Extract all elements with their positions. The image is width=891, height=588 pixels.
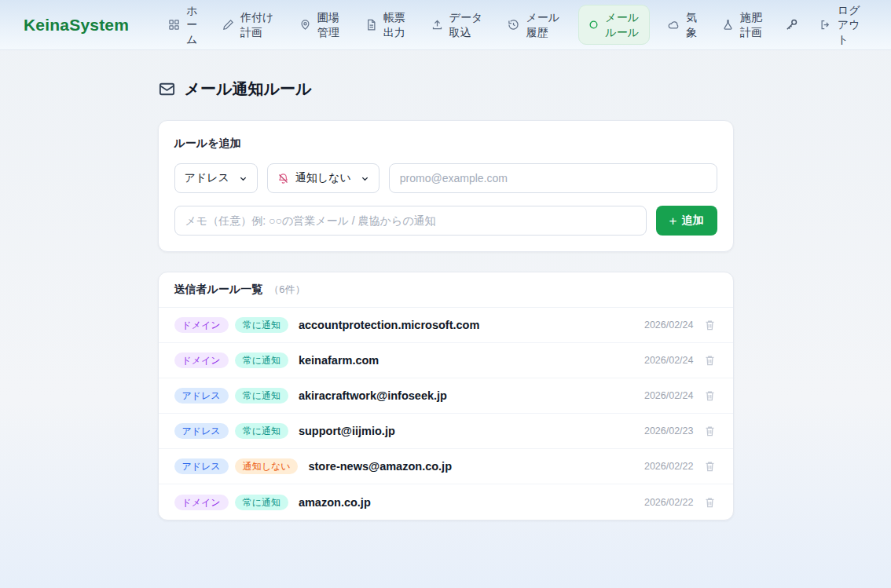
add-rule-row-1: アドレス 通知しない xyxy=(174,163,717,193)
mail-icon xyxy=(158,80,176,98)
nav-item-planting-plan[interactable]: 作付け計画 xyxy=(216,6,281,42)
trash-icon xyxy=(704,425,716,437)
trash-icon xyxy=(704,460,716,473)
main-nav: ホーム 作付け計画 圃場管理 帳票出力 データ取込 xyxy=(162,0,869,50)
page-title: メール通知ルール xyxy=(185,79,312,100)
top-nav-bar: KeinaSystem ホーム 作付け計画 圃場管理 帳票出力 xyxy=(0,0,891,50)
nav-item-label: ログアウト xyxy=(838,3,863,46)
delete-rule-button[interactable] xyxy=(702,317,717,333)
main-content: メール通知ルール ルールを追加 アドレス 通知しない xyxy=(158,79,734,520)
rule-row: ドメイン 常に通知 accountprotection.microsoft.co… xyxy=(159,308,733,343)
nav-item-fertilizer-plan[interactable]: 施肥計画 xyxy=(716,6,770,42)
nav-item-label: 作付け計画 xyxy=(240,10,275,38)
rule-row-right: 2026/02/24 xyxy=(644,352,717,368)
delete-rule-button[interactable] xyxy=(702,352,717,368)
nav-item-label: 圃場管理 xyxy=(317,10,341,38)
sender-rules-count: （6件） xyxy=(269,283,305,297)
brand-logo: KeinaSystem xyxy=(24,16,129,35)
nav-item-mail-rules[interactable]: メールルール xyxy=(578,5,650,44)
nav-item-logout[interactable]: ログアウト xyxy=(813,0,869,50)
logout-icon xyxy=(820,19,831,31)
rule-value-text: akiracraftwork@infoseek.jp xyxy=(299,389,447,402)
rule-action-badge: 常に通知 xyxy=(235,495,288,510)
page-title-row: メール通知ルール xyxy=(158,79,734,100)
nav-item-label: メールルール xyxy=(605,10,640,38)
cloud-icon xyxy=(668,19,680,31)
rule-row: ドメイン 常に通知 keinafarm.com 2026/02/24 xyxy=(159,343,733,378)
password-key-button[interactable] xyxy=(782,15,801,35)
rule-row-right: 2026/02/22 xyxy=(644,458,717,474)
trash-icon xyxy=(704,496,716,509)
add-rule-card: ルールを追加 アドレス 通知しない + xyxy=(158,120,734,252)
bell-off-icon xyxy=(277,173,289,184)
plus-icon: + xyxy=(669,214,677,228)
chevron-down-icon xyxy=(361,174,369,183)
rule-type-select[interactable]: アドレス xyxy=(174,163,258,193)
sender-rules-header: 送信者ルール一覧 （6件） xyxy=(159,272,733,308)
address-input[interactable] xyxy=(389,163,717,193)
circle-icon xyxy=(588,20,599,30)
rule-type-badge: アドレス xyxy=(174,458,229,474)
rule-row-right: 2026/02/22 xyxy=(644,495,717,510)
nav-item-label: 気象 xyxy=(686,10,698,38)
rule-type-badge: アドレス xyxy=(174,388,229,404)
nav-item-label: 帳票出力 xyxy=(383,10,407,38)
pencil-icon xyxy=(222,19,234,31)
document-icon xyxy=(365,19,377,31)
nav-item-label: データ取込 xyxy=(449,10,484,38)
map-pin-icon xyxy=(299,19,311,31)
flask-icon xyxy=(722,19,734,31)
rule-type-badge: ドメイン xyxy=(174,352,229,368)
add-rule-button-label: 追加 xyxy=(682,214,704,228)
rule-action-badge: 常に通知 xyxy=(235,317,288,333)
rule-date: 2026/02/23 xyxy=(644,425,694,436)
rule-date: 2026/02/24 xyxy=(644,320,694,331)
rule-value-text: keinafarm.com xyxy=(299,354,379,367)
rule-action-badge: 常に通知 xyxy=(235,423,288,439)
rule-type-badge: アドレス xyxy=(174,423,229,439)
rule-type-value: アドレス xyxy=(185,171,229,185)
trash-icon xyxy=(704,389,716,402)
rule-date: 2026/02/24 xyxy=(644,390,694,401)
add-rule-button[interactable]: + 追加 xyxy=(656,206,717,236)
rule-row-right: 2026/02/23 xyxy=(644,423,717,439)
rule-value-text: support@iijmio.jp xyxy=(299,425,395,437)
nav-item-label: ホーム xyxy=(186,3,198,46)
nav-item-label: メール履歴 xyxy=(526,10,560,38)
nav-item-data-import[interactable]: データ取込 xyxy=(425,6,490,42)
sender-rules-card: 送信者ルール一覧 （6件） ドメイン 常に通知 accountprotectio… xyxy=(158,272,734,520)
delete-rule-button[interactable] xyxy=(702,423,717,439)
delete-rule-button[interactable] xyxy=(702,458,717,474)
rule-date: 2026/02/22 xyxy=(644,497,694,508)
nav-item-weather[interactable]: 気象 xyxy=(662,6,704,42)
rule-action-badge: 常に通知 xyxy=(235,388,288,404)
rule-row: アドレス 常に通知 support@iijmio.jp 2026/02/23 xyxy=(159,414,733,449)
rule-action-select[interactable]: 通知しない xyxy=(267,163,380,193)
trash-icon xyxy=(704,354,716,367)
rule-value-text: accountprotection.microsoft.com xyxy=(299,319,479,331)
rule-value-text: amazon.co.jp xyxy=(299,496,371,509)
memo-input[interactable] xyxy=(174,206,647,236)
rule-value-text: store-news@amazon.co.jp xyxy=(308,460,452,473)
dashboard-icon xyxy=(168,19,180,31)
chevron-down-icon xyxy=(239,174,248,183)
nav-item-field-management[interactable]: 圃場管理 xyxy=(293,6,347,42)
rule-row-right: 2026/02/24 xyxy=(644,388,717,404)
rule-action-value: 通知しない xyxy=(295,171,351,185)
history-icon xyxy=(508,19,519,31)
rule-date: 2026/02/22 xyxy=(644,461,694,472)
nav-item-home[interactable]: ホーム xyxy=(162,0,204,50)
upload-icon xyxy=(431,19,443,31)
delete-rule-button[interactable] xyxy=(702,495,717,510)
rule-action-badge: 通知しない xyxy=(235,458,299,474)
rule-row: アドレス 常に通知 akiracraftwork@infoseek.jp 202… xyxy=(159,378,733,414)
add-rule-title: ルールを追加 xyxy=(174,137,717,151)
nav-item-report-output[interactable]: 帳票出力 xyxy=(359,6,413,42)
sender-rules-rows: ドメイン 常に通知 accountprotection.microsoft.co… xyxy=(159,308,733,520)
rule-row-right: 2026/02/24 xyxy=(644,317,717,333)
rule-type-badge: ドメイン xyxy=(174,317,229,333)
rule-date: 2026/02/24 xyxy=(644,355,694,366)
delete-rule-button[interactable] xyxy=(702,388,717,404)
nav-item-mail-history[interactable]: メール履歴 xyxy=(501,6,566,42)
add-rule-row-2: + 追加 xyxy=(174,206,717,236)
